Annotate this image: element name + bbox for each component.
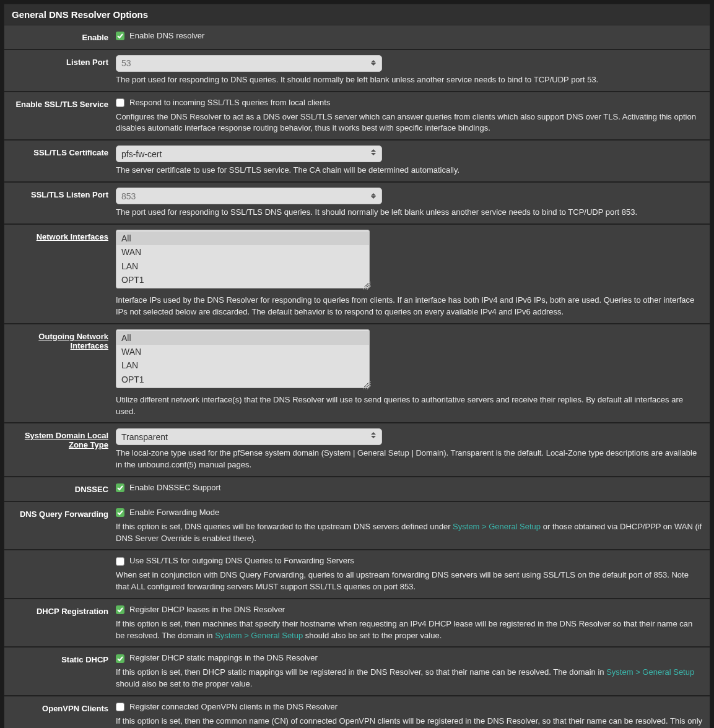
help-enable-ssl: Configures the DNS Resolver to act as a …	[116, 111, 703, 135]
select-zone-type[interactable]: Transparent	[116, 428, 382, 445]
chevron-updown-icon	[371, 149, 377, 155]
help-openvpn: If this option is set, then the common n…	[116, 716, 703, 728]
label-enable: Enable	[4, 30, 116, 44]
help-forwarding: If this option is set, DNS queries will …	[116, 521, 703, 545]
checkbox-openvpn[interactable]	[116, 703, 124, 711]
row-ssl-cert: SSL/TLS Certificate pfs-fw-cert The serv…	[4, 141, 710, 183]
checkbox-enable-ssl-label: Respond to incoming SSL/TLS queries from…	[129, 97, 330, 109]
label-dhcp-reg: DHCP Registration	[4, 604, 116, 642]
option-all[interactable]: All	[116, 331, 369, 345]
checkbox-dhcp-reg-label: Register DHCP leases in the DNS Resolver	[129, 604, 285, 616]
link-system-general[interactable]: System > General Setup	[606, 667, 694, 677]
help-ssl-cert: The server certificate to use for SSL/TL…	[116, 165, 703, 176]
select-network-interfaces[interactable]: AllWANLANOPT1	[116, 230, 370, 288]
option-lan[interactable]: LAN	[116, 358, 369, 372]
checkbox-dhcp-reg[interactable]	[116, 605, 124, 614]
label-network-interfaces: Network Interfaces	[4, 230, 116, 318]
input-listen-port[interactable]	[116, 55, 382, 72]
select-ssl-cert[interactable]: pfs-fw-cert	[116, 145, 382, 162]
link-system-general[interactable]: System > General Setup	[215, 631, 303, 640]
label-static-dhcp: Static DHCP	[4, 652, 116, 690]
label-zone-type: System Domain Local Zone Type	[4, 428, 116, 471]
option-opt1[interactable]: OPT1	[116, 273, 369, 287]
label-enable-ssl: Enable SSL/TLS Service	[4, 97, 116, 135]
checkbox-static-dhcp-label: Register DHCP static mappings in the DNS…	[129, 652, 318, 664]
help-network-interfaces: Interface IPs used by the DNS Resolver f…	[116, 295, 703, 318]
row-listen-port: Listen Port The port used for responding…	[4, 50, 710, 92]
checkbox-enable[interactable]	[116, 32, 124, 40]
option-wan[interactable]: WAN	[116, 345, 369, 358]
row-enable-ssl: Enable SSL/TLS Service Respond to incomi…	[4, 92, 710, 141]
help-static-dhcp: If this option is set, then DHCP static …	[116, 667, 703, 690]
help-listen-port: The port used for responding to DNS quer…	[116, 74, 703, 86]
select-outgoing-interfaces[interactable]: AllWANLANOPT1	[116, 329, 370, 388]
option-lan[interactable]: LAN	[116, 259, 369, 273]
checkbox-enable-label: Enable DNS resolver	[129, 30, 204, 42]
checkbox-openvpn-label: Register connected OpenVPN clients in th…	[129, 701, 337, 713]
option-opt1[interactable]: OPT1	[116, 373, 369, 386]
input-ssl-port[interactable]	[116, 188, 382, 204]
checkbox-forwarding-label: Enable Forwarding Mode	[129, 507, 219, 519]
help-dhcp-reg: If this option is set, then machines tha…	[116, 618, 703, 642]
row-network-interfaces: Network Interfaces AllWANLANOPT1 Interfa…	[4, 225, 710, 324]
help-outgoing-interfaces: Utilize different network interface(s) t…	[116, 394, 703, 418]
stepper-icon[interactable]	[371, 190, 378, 201]
row-fwd-ssl: Use SSL/TLS for outgoing DNS Queries to …	[4, 550, 710, 599]
resize-handle-icon[interactable]	[362, 281, 371, 290]
chevron-updown-icon	[371, 432, 377, 438]
stepper-icon[interactable]	[371, 58, 378, 69]
row-forwarding: DNS Query Forwarding Enable Forwarding M…	[4, 502, 710, 551]
dns-resolver-panel: General DNS Resolver Options Enable Enab…	[4, 4, 710, 728]
label-forwarding: DNS Query Forwarding	[4, 507, 116, 545]
checkbox-enable-ssl[interactable]	[116, 98, 124, 107]
row-dnssec: DNSSEC Enable DNSSEC Support	[4, 477, 710, 502]
row-zone-type: System Domain Local Zone Type Transparen…	[4, 423, 710, 477]
help-ssl-port: The port used for responding to SSL/TLS …	[116, 207, 703, 219]
row-static-dhcp: Static DHCP Register DHCP static mapping…	[4, 648, 710, 696]
checkbox-dnssec-label: Enable DNSSEC Support	[129, 482, 220, 494]
label-dnssec: DNSSEC	[4, 482, 116, 496]
option-all[interactable]: All	[116, 232, 369, 245]
label-ssl-port: SSL/TLS Listen Port	[4, 188, 116, 219]
option-wan[interactable]: WAN	[116, 245, 369, 259]
row-dhcp-reg: DHCP Registration Register DHCP leases i…	[4, 599, 710, 648]
row-outgoing-interfaces: Outgoing Network Interfaces AllWANLANOPT…	[4, 324, 710, 424]
label-outgoing-interfaces: Outgoing Network Interfaces	[4, 329, 116, 418]
label-openvpn: OpenVPN Clients	[4, 701, 116, 728]
row-enable: Enable Enable DNS resolver	[4, 25, 710, 50]
checkbox-dnssec[interactable]	[116, 483, 124, 492]
label-listen-port: Listen Port	[4, 55, 116, 86]
panel-title: General DNS Resolver Options	[4, 4, 710, 25]
checkbox-forwarding[interactable]	[116, 508, 124, 517]
label-ssl-cert: SSL/TLS Certificate	[4, 145, 116, 176]
label-fwd-ssl	[4, 555, 116, 593]
checkbox-fwd-ssl[interactable]	[116, 557, 124, 566]
resize-handle-icon[interactable]	[362, 381, 371, 389]
row-openvpn: OpenVPN Clients Register connected OpenV…	[4, 696, 710, 728]
help-zone-type: The local-zone type used for the pfSense…	[116, 448, 703, 471]
link-system-general[interactable]: System > General Setup	[453, 522, 541, 531]
help-fwd-ssl: When set in conjunction with DNS Query F…	[116, 570, 703, 593]
checkbox-static-dhcp[interactable]	[116, 654, 124, 663]
checkbox-fwd-ssl-label: Use SSL/TLS for outgoing DNS Queries to …	[129, 555, 354, 567]
row-ssl-port: SSL/TLS Listen Port The port used for re…	[4, 183, 710, 225]
